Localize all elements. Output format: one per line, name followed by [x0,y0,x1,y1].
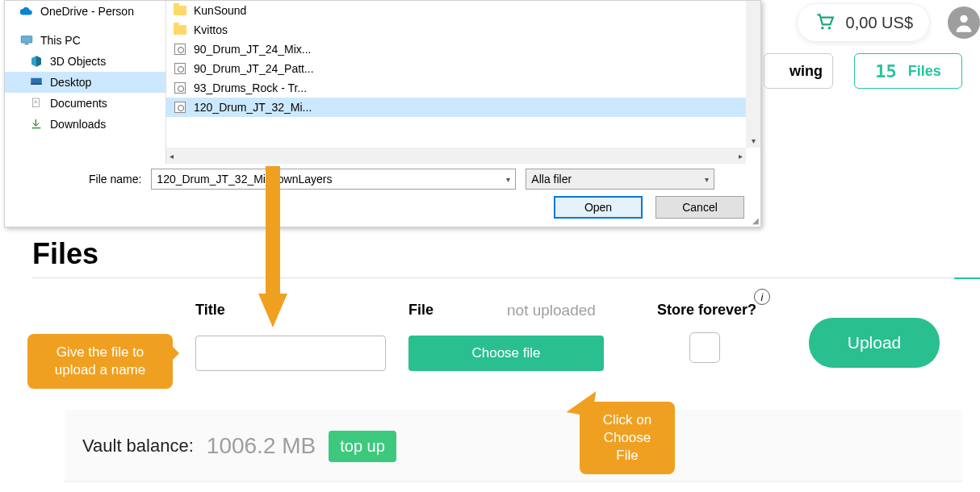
divider [65,481,962,482]
nav-downloads[interactable]: Downloads [5,114,165,135]
file-list-row[interactable]: KunSound [166,1,760,20]
file-name: Kvittos [194,23,228,36]
nav-label: Downloads [50,118,106,131]
resize-grip-icon[interactable]: ◢ [752,216,759,225]
store-forever-checkbox[interactable] [689,332,720,363]
file-name: 90_Drum_JT_24_Mix... [194,43,312,56]
title-input[interactable] [195,336,386,371]
top-up-button[interactable]: top up [329,431,396,462]
cart-amount: 0,00 US$ [846,14,913,32]
page-title: Files [32,237,98,271]
file-name: 90_Drum_JT_24_Patt... [194,62,314,75]
stat-number: 15 [875,61,897,81]
file-list-row[interactable]: 93_Drums_Rock - Tr... [166,78,760,98]
choose-file-button[interactable]: Choose file [408,336,604,371]
stat-label: Files [908,63,941,80]
nav-documents[interactable]: Documents [5,93,165,114]
svg-point-10 [960,15,967,23]
nav-label: This PC [40,34,81,47]
filename-input[interactable]: 120_Drum_JT_32_MixdownLayers ▾ [151,169,516,190]
nav-3d-objects[interactable]: 3D Objects [5,51,165,72]
cart-widget[interactable]: 0,00 US$ [797,3,930,42]
folder-icon [173,3,187,18]
folder-icon [173,23,187,37]
divider [32,277,965,278]
arrow-annotation [257,166,289,327]
cloud-icon [19,4,34,19]
dialog-body: OneDrive - Person This PC 3D Objects Des [5,1,760,164]
title-label: Title [195,302,225,319]
nav-label: Desktop [50,76,91,89]
svg-rect-7 [32,127,41,128]
nav-label: Documents [50,97,107,110]
file-name: 93_Drums_Rock - Tr... [194,81,307,94]
stat-card-following[interactable]: wing [764,53,833,89]
audio-file-icon [173,81,187,95]
file-list-row[interactable]: 120_Drum_JT_32_Mi... [166,98,760,117]
file-list-row[interactable]: Kvittos [166,20,760,40]
filename-value: 120_Drum_JT_32_MixdownLayers [157,173,332,186]
file-list-row[interactable]: 90_Drum_JT_24_Mix... [166,40,760,59]
file-name: 120_Drum_JT_32_Mi... [194,101,312,114]
profile-avatar[interactable] [948,6,980,39]
audio-file-icon [173,42,187,56]
upload-status: not uploaded [507,302,596,319]
document-icon [29,96,44,110]
svg-point-8 [821,27,823,29]
chevron-left-icon[interactable]: ◂ [170,152,174,161]
download-icon [29,117,44,131]
chevron-right-icon[interactable]: ▸ [739,152,743,161]
cancel-button[interactable]: Cancel [655,196,744,219]
chevron-down-icon[interactable]: ▾ [705,175,709,184]
file-list-row[interactable]: 90_Drum_JT_24_Patt... [166,59,760,78]
desktop-icon [29,75,44,90]
callout-name-file: Give the file to upload a name [27,334,173,389]
chevron-down-icon[interactable]: ▾ [506,175,510,184]
vault-balance-box: Vault balance: 1006.2 MB top up [65,410,962,482]
dialog-footer: File name: 120_Drum_JT_32_MixdownLayers … [5,164,760,227]
svg-rect-3 [31,84,42,85]
accent-line [954,277,980,279]
stat-label: wing [789,63,823,80]
nav-onedrive[interactable]: OneDrive - Person [5,1,165,22]
upload-button[interactable]: Upload [809,318,940,368]
audio-file-icon [173,100,187,115]
callout-choose-file: Click on Choose File [580,402,675,474]
dialog-button-row: Open Cancel [16,196,749,219]
chevron-down-icon[interactable]: ▾ [746,133,760,148]
cube-icon [29,54,44,69]
filename-label: File name: [16,173,141,186]
svg-rect-1 [25,44,29,45]
file-name: KunSound [194,4,246,17]
filter-value: Alla filer [531,173,572,186]
vault-label: Vault balance: [82,436,194,457]
audio-file-icon [173,61,187,76]
nav-label: OneDrive - Person [40,5,134,18]
cart-icon [814,10,835,35]
store-label: Store forever? [657,302,756,319]
file-open-dialog: OneDrive - Person This PC 3D Objects Des [4,0,761,227]
nav-label: 3D Objects [50,55,106,68]
filename-row: File name: 120_Drum_JT_32_MixdownLayers … [16,169,749,190]
open-button[interactable]: Open [554,196,643,219]
page-header: 0,00 US$ [797,3,980,42]
stat-card-files[interactable]: 15 Files [854,53,962,89]
svg-rect-0 [21,36,32,43]
monitor-icon [19,33,34,48]
nav-this-pc[interactable]: This PC [5,30,165,51]
scrollbar-horizontal[interactable]: ◂ ▸ [166,148,746,164]
nav-desktop[interactable]: Desktop [5,72,165,93]
vault-value: 1006.2 MB [207,433,316,459]
filetype-filter[interactable]: Alla filer ▾ [526,169,714,190]
svg-point-9 [827,27,830,29]
dialog-nav-pane: OneDrive - Person This PC 3D Objects Des [5,1,166,164]
dialog-file-list: KunSoundKvittos90_Drum_JT_24_Mix...90_Dr… [166,1,760,164]
file-label: File [408,302,433,319]
scrollbar-vertical[interactable]: ▾ [746,1,760,148]
